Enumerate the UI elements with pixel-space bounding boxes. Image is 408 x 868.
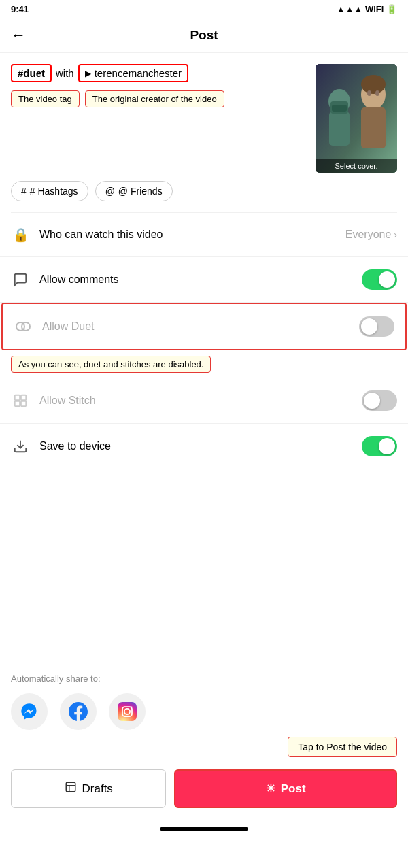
setting-allow-duet: Allow Duet — [1, 303, 407, 350]
share-section: Automatically share to: — [0, 660, 408, 737]
video-thumbnail[interactable]: Select cover. — [316, 64, 397, 173]
svg-point-8 — [367, 90, 371, 96]
creator-tooltip: The original creator of the video — [85, 90, 224, 107]
bottom-buttons: Drafts ✳ Post — [0, 763, 408, 822]
facebook-icon — [69, 702, 88, 721]
status-time: 9:41 — [11, 4, 29, 14]
thumbnail-preview — [316, 64, 397, 173]
svg-rect-4 — [332, 105, 347, 112]
play-icon: ▶ — [85, 69, 91, 78]
facebook-share-button[interactable] — [60, 693, 97, 730]
video-tag-box[interactable]: #duet — [11, 64, 52, 82]
hashtags-label: # Hashtags — [30, 186, 78, 197]
duet-annotation-wrapper: As you can see, duet and stitches are di… — [0, 350, 408, 378]
save-to-device-label: Save to device — [39, 440, 362, 452]
status-bar: 9:41 ▲▲▲ WiFi 🔋 — [0, 0, 408, 18]
instagram-icon — [118, 702, 137, 721]
spacer — [0, 469, 408, 660]
toggle-knob-stitch — [364, 393, 380, 409]
allow-duet-toggle[interactable] — [359, 316, 394, 337]
with-text: with — [56, 67, 74, 79]
svg-rect-14 — [15, 401, 20, 406]
stitch-icon — [11, 391, 30, 410]
post-label: Post — [281, 782, 306, 796]
download-icon — [11, 437, 30, 456]
allow-stitch-toggle[interactable] — [362, 390, 397, 411]
svg-point-11 — [22, 322, 30, 331]
toggle-knob — [379, 271, 395, 288]
duet-line: #duet with ▶ terencemanchester — [11, 64, 309, 82]
svg-rect-2 — [329, 112, 350, 146]
allow-duet-label: Allow Duet — [42, 320, 359, 333]
everyone-text: Everyone — [345, 229, 392, 241]
caption-text-area: #duet with ▶ terencemanchester The video… — [11, 64, 309, 107]
setting-save-to-device: Save to device — [0, 424, 408, 469]
header: ← Post — [0, 18, 408, 53]
svg-point-20 — [131, 706, 132, 707]
messenger-icon — [20, 702, 39, 721]
save-to-device-toggle[interactable] — [362, 436, 397, 456]
setting-allow-stitch: Allow Stitch — [0, 378, 408, 424]
hashtags-button[interactable]: # # Hashtags — [11, 181, 88, 201]
share-icons-row — [11, 693, 397, 730]
svg-point-7 — [361, 75, 386, 94]
home-indicator — [160, 827, 248, 831]
page-title: Post — [190, 28, 218, 43]
hashtag-icon: # — [21, 186, 27, 197]
share-title: Automatically share to: — [11, 673, 397, 684]
status-icons: ▲▲▲ WiFi 🔋 — [337, 4, 397, 14]
drafts-label: Drafts — [82, 782, 113, 796]
who-can-watch-value: Everyone › — [345, 229, 397, 241]
svg-rect-17 — [118, 702, 137, 721]
duet-icon — [14, 317, 33, 336]
lock-icon: 🔒 — [11, 225, 30, 244]
svg-rect-6 — [361, 107, 386, 148]
drafts-button[interactable]: Drafts — [11, 769, 166, 808]
post-button[interactable]: ✳ Post — [174, 769, 397, 808]
instagram-share-button[interactable] — [109, 693, 146, 730]
thumbnail-svg — [316, 64, 397, 173]
messenger-share-button[interactable] — [11, 693, 48, 730]
post-sparkle-icon: ✳ — [266, 782, 275, 796]
setting-allow-comments: Allow comments — [0, 257, 408, 303]
svg-rect-21 — [66, 782, 75, 792]
comment-icon — [11, 270, 30, 289]
allow-stitch-label: Allow Stitch — [39, 395, 362, 407]
drafts-icon — [65, 781, 77, 797]
friends-button[interactable]: @ @ Friends — [95, 181, 173, 201]
duet-annotation-tooltip: As you can see, duet and stitches are di… — [11, 356, 211, 373]
hashtag-row: # # Hashtags @ @ Friends — [0, 181, 408, 212]
allow-comments-toggle[interactable] — [362, 269, 397, 290]
creator-name: terencemanchester — [95, 67, 182, 79]
toggle-knob-save — [379, 438, 395, 454]
post-tooltip-wrapper: Tap to Post the video — [0, 737, 408, 757]
svg-rect-15 — [21, 401, 26, 406]
allow-comments-label: Allow comments — [39, 273, 362, 286]
svg-point-9 — [375, 90, 379, 96]
back-button[interactable]: ← — [11, 27, 26, 44]
creator-box[interactable]: ▶ terencemanchester — [78, 64, 188, 82]
chevron-right-icon: › — [394, 229, 397, 240]
svg-rect-12 — [15, 395, 20, 400]
caption-row: #duet with ▶ terencemanchester The video… — [0, 53, 408, 181]
svg-rect-13 — [21, 395, 26, 400]
select-cover-label[interactable]: Select cover. — [316, 159, 397, 173]
at-icon: @ — [105, 186, 115, 197]
setting-who-can-watch[interactable]: 🔒 Who can watch this video Everyone › — [0, 213, 408, 257]
who-can-watch-label: Who can watch this video — [39, 229, 345, 241]
friends-label: @ Friends — [118, 186, 163, 197]
post-tooltip: Tap to Post the video — [288, 737, 397, 757]
video-tag-tooltip: The video tag — [11, 90, 80, 107]
toggle-knob-duet — [361, 318, 377, 335]
